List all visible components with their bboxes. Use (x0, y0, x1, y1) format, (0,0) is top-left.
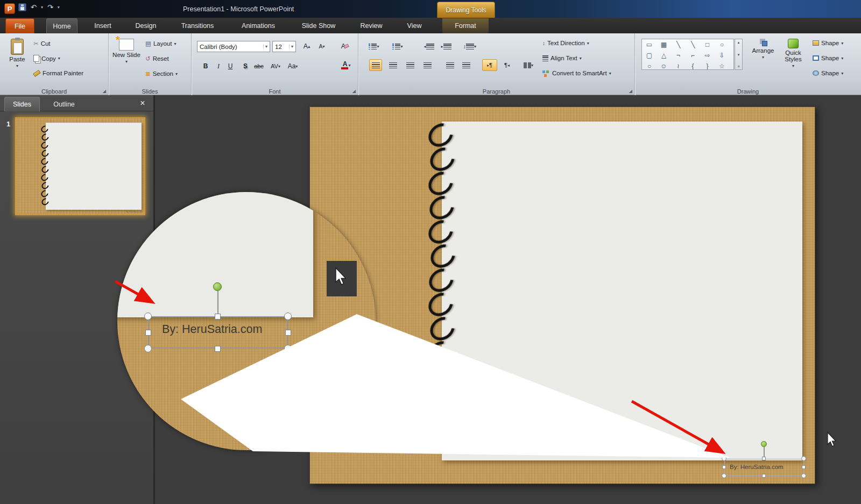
change-case-button[interactable]: Aa ▾ (285, 60, 300, 72)
align-right-button[interactable] (404, 59, 417, 71)
tab-home[interactable]: Home (46, 18, 77, 33)
shape-cell[interactable]: ○ (642, 61, 657, 70)
font-color-button[interactable]: A ▾ (338, 59, 354, 71)
shape-cell[interactable]: ▭ (642, 39, 657, 50)
font-name-combo[interactable]: Calibri (Body) ▾ (197, 41, 270, 52)
shrink-font-button[interactable]: A ▾ (315, 40, 328, 52)
mid-handle-bottom[interactable] (762, 474, 766, 478)
right-to-left-button[interactable]: ¶ ◂ (499, 59, 514, 71)
copy-button[interactable]: Copy ▾ (31, 54, 62, 63)
reset-button[interactable]: ↺ Reset (143, 54, 171, 63)
section-button[interactable]: ≣ Section ▾ (143, 69, 180, 79)
corner-handle-se[interactable] (801, 473, 806, 478)
shape-cell[interactable]: ○ (715, 39, 729, 50)
bold-button[interactable]: B (199, 60, 212, 72)
shape-cell[interactable]: ⌐ (686, 50, 700, 61)
shape-cell[interactable]: } (700, 61, 715, 70)
font-size-combo[interactable]: 12 ▾ (272, 41, 296, 52)
mid-handle-top[interactable] (762, 457, 766, 460)
shapes-gallery[interactable]: ▭ ▦ ╲ ╲ □ ○ ▢ △ ¬ ⌐ ⇨ ⇩ ○ ☺ ≀ { } ☆ (641, 39, 734, 70)
mid-handle-right[interactable] (802, 465, 806, 469)
shapes-gallery-scrollbar[interactable]: ▴ ▾ ≡ (735, 39, 743, 70)
paragraph-dialog-launcher[interactable]: ◢ (629, 89, 632, 94)
clear-formatting-button[interactable]: A (337, 40, 353, 52)
align-left-button[interactable] (369, 59, 382, 71)
corner-handle-sw[interactable] (722, 473, 726, 478)
increase-indent-button[interactable]: ▸ (439, 40, 453, 52)
arrange-button[interactable]: Arrange ▾ (749, 37, 777, 60)
undo-dropdown-icon[interactable]: ▾ (41, 5, 43, 10)
qat-customize-icon[interactable]: ▾ (58, 5, 60, 10)
justify-button[interactable] (421, 59, 434, 71)
corner-handle-nw[interactable] (722, 456, 726, 461)
shape-cell[interactable]: ╲ (671, 39, 686, 50)
shape-cell[interactable]: { (686, 61, 700, 70)
tab-insert[interactable]: Insert (87, 18, 118, 33)
bullets-button[interactable]: ▾ (366, 40, 382, 52)
align-text-button[interactable]: Align Text ▾ (540, 54, 584, 62)
slide-thumbnail[interactable]: By: HeruSatria.com (15, 117, 145, 215)
pane-tab-slides[interactable]: Slides (4, 97, 40, 111)
numbering-button[interactable]: ▾ (390, 40, 406, 52)
italic-button[interactable]: I (212, 60, 225, 72)
font-name-dropdown-icon[interactable]: ▾ (263, 44, 267, 49)
redo-icon[interactable]: ↷ (47, 3, 53, 11)
gallery-scroll-down-icon[interactable]: ▾ (738, 53, 740, 57)
layout-button[interactable]: ▤ Layout ▾ (143, 39, 178, 48)
tab-view[interactable]: View (399, 18, 429, 33)
slide[interactable]: By: HeruSatria.com (309, 107, 815, 484)
undo-icon[interactable]: ↶ (31, 3, 37, 11)
save-icon[interactable] (18, 3, 26, 11)
convert-to-smartart-button[interactable]: Convert to SmartArt ▾ (540, 69, 613, 77)
strikethrough-button[interactable]: abc (251, 60, 267, 72)
gallery-more-icon[interactable]: ≡ (737, 65, 739, 68)
shape-cell[interactable]: ▢ (642, 50, 657, 61)
tab-format[interactable]: Format (442, 18, 489, 33)
shape-cell[interactable]: ☆ (715, 61, 729, 70)
grow-font-button[interactable]: A ▴ (300, 40, 313, 52)
tab-file[interactable]: File (5, 18, 34, 33)
tab-review[interactable]: Review (353, 18, 390, 33)
distributed-button[interactable] (443, 59, 456, 71)
shape-fill-button[interactable]: Shape ▾ (810, 39, 845, 47)
add-remove-columns-button[interactable] (460, 59, 472, 71)
shape-cell[interactable]: ⇩ (715, 50, 729, 61)
new-slide-button[interactable]: * New Slide ▾ (112, 37, 141, 64)
tab-design[interactable]: Design (129, 18, 163, 33)
columns-button[interactable]: ▾ (520, 59, 537, 71)
shape-cell[interactable]: ▦ (657, 39, 671, 50)
shape-cell[interactable]: ☺ (657, 61, 671, 70)
shape-outline-button[interactable]: Shape ▾ (810, 54, 845, 62)
pane-tab-outline[interactable]: Outline (43, 97, 85, 111)
line-spacing-button[interactable]: ↕ ▾ (461, 40, 479, 52)
pane-close-button[interactable]: × (137, 98, 148, 109)
align-center-button[interactable] (386, 59, 399, 71)
text-shadow-button[interactable]: S (239, 60, 252, 72)
decrease-indent-button[interactable]: ◂ (422, 40, 436, 52)
text-direction-button[interactable]: ↕ Text Direction ▾ (540, 39, 591, 47)
mid-handle-left[interactable] (722, 465, 726, 469)
shape-cell[interactable]: ⇨ (700, 50, 715, 61)
font-size-dropdown-icon[interactable]: ▾ (289, 44, 293, 49)
shape-effects-button[interactable]: Shape ▾ (810, 69, 845, 77)
shape-cell[interactable]: △ (657, 50, 671, 61)
tab-slide-show[interactable]: Slide Show (294, 18, 343, 33)
cut-button[interactable]: ✂ Cut (31, 39, 53, 48)
character-spacing-button[interactable]: AV ▾ (268, 60, 283, 72)
font-dialog-launcher[interactable]: ◢ (352, 89, 356, 94)
shape-cell[interactable]: ≀ (671, 61, 686, 70)
paste-button[interactable]: Paste ▾ (4, 37, 30, 68)
format-painter-button[interactable]: Format Painter (31, 69, 86, 77)
clipboard-dialog-launcher[interactable]: ◢ (103, 89, 106, 94)
underline-button[interactable]: U (224, 60, 237, 72)
rotate-handle[interactable] (761, 441, 767, 447)
quick-styles-button[interactable]: Quick Styles ▾ (779, 37, 807, 68)
tab-animations[interactable]: Animations (232, 18, 284, 33)
shape-cell[interactable]: ╲ (686, 39, 700, 50)
shape-cell[interactable]: ¬ (671, 50, 686, 61)
gallery-scroll-up-icon[interactable]: ▴ (738, 40, 740, 45)
shape-cell[interactable]: □ (700, 39, 715, 50)
powerpoint-app-icon[interactable]: P (4, 3, 15, 14)
tab-transitions[interactable]: Transitions (172, 18, 223, 33)
corner-handle-ne[interactable] (801, 456, 806, 461)
